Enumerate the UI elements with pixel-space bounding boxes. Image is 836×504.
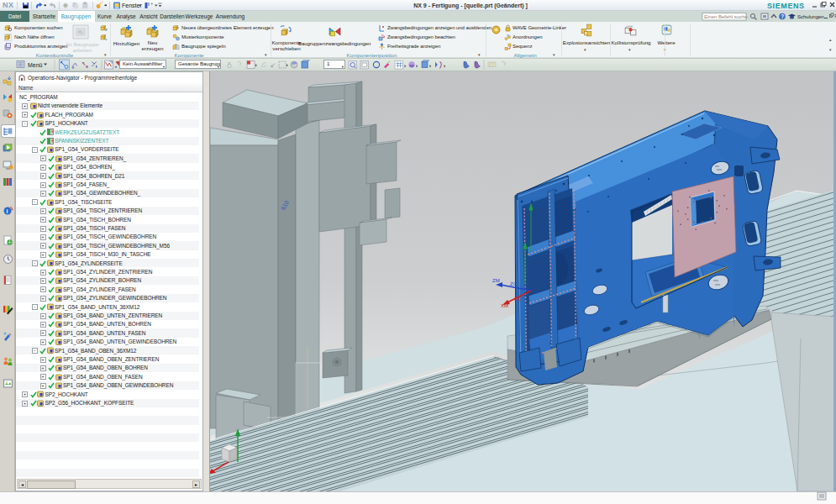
svg-text:Fenster: Fenster — [122, 3, 142, 8]
svg-text:Menü: Menü — [28, 62, 43, 68]
svg-text:ZC: ZC — [510, 281, 518, 286]
svg-text:Schulungen: Schulungen — [797, 14, 824, 19]
svg-text:XM: XM — [501, 303, 508, 308]
svg-text:i: i — [7, 207, 8, 213]
svg-text:XC: XC — [514, 297, 522, 302]
svg-text:?: ? — [781, 13, 784, 19]
svg-text:Einen Befehl suche: Einen Befehl suche — [704, 14, 748, 19]
svg-text:ZM: ZM — [492, 278, 500, 283]
